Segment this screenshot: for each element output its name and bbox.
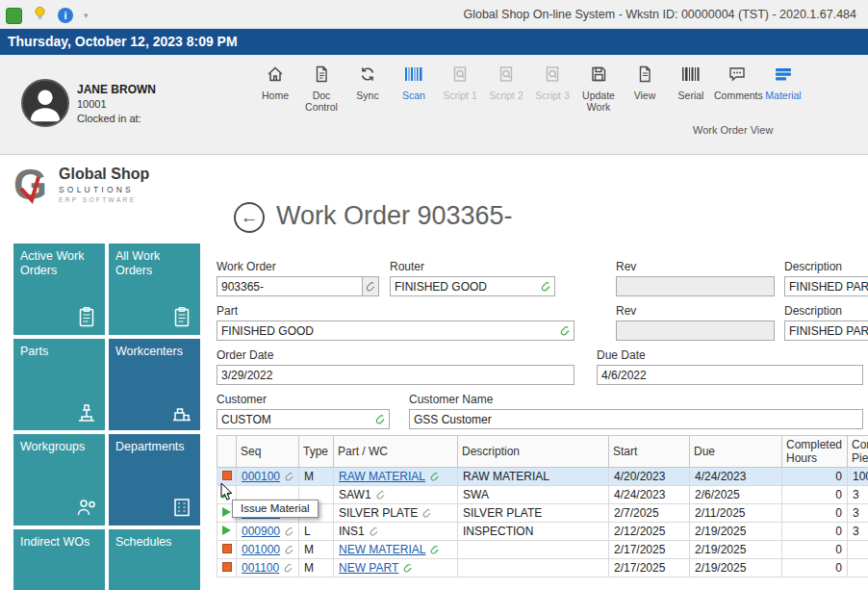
attachment-icon[interactable]: [284, 526, 294, 537]
app-icon[interactable]: [6, 8, 22, 24]
work-order-field: Work Order: [217, 260, 379, 296]
rev-field-1: Rev: [616, 260, 775, 296]
back-button[interactable]: ←: [234, 202, 265, 233]
toolbar-doc-control[interactable]: Doc Control: [298, 63, 345, 114]
description-label: Description: [784, 260, 868, 273]
toolbar-material[interactable]: Material: [760, 63, 806, 114]
toolbar-serial[interactable]: Serial: [668, 63, 714, 114]
sidebar-tile-departments[interactable]: Departments: [109, 434, 200, 526]
info-icon[interactable]: i: [58, 8, 73, 23]
logo-tagline: ERP SOFTWARE: [59, 196, 149, 203]
customer-name-label: Customer Name: [409, 393, 863, 406]
router-label: Router: [390, 260, 555, 273]
part-link[interactable]: NEW MATERIAL: [339, 543, 425, 556]
toolbar-home[interactable]: Home: [252, 63, 298, 114]
rev-input[interactable]: [617, 324, 774, 338]
sidebar-tile-all-work-orders[interactable]: All Work Orders: [109, 244, 200, 335]
clipboard-icon: [170, 305, 193, 328]
part-input[interactable]: [217, 324, 559, 338]
save-icon: [575, 63, 622, 86]
col-description[interactable]: Description: [458, 436, 609, 468]
user-id: 10001: [77, 98, 107, 110]
material-square-icon: [222, 471, 232, 480]
toolbar-script-1[interactable]: Script 1: [437, 63, 483, 114]
toolbar-script-2[interactable]: Script 2: [483, 63, 529, 114]
toolbar-view[interactable]: View: [622, 63, 668, 114]
description-field-2: Description: [784, 304, 868, 341]
mouse-cursor: [220, 482, 234, 505]
work-order-view-caption: Work Order View: [693, 124, 773, 136]
attachment-icon[interactable]: [284, 545, 294, 555]
col-type[interactable]: Type: [299, 436, 334, 468]
table-row[interactable]: 000100 M RAW MATERIAL RAW MATERIAL 4/20/…: [217, 468, 868, 486]
toolbar-scan[interactable]: Scan: [391, 63, 437, 114]
col-seq[interactable]: Seq: [237, 436, 299, 468]
date-bar: Thursday, October 12, 2023 8:09 PM: [0, 29, 868, 55]
script-search-icon: [483, 63, 529, 86]
due-date-field: Due Date: [597, 348, 863, 385]
attachment-icon[interactable]: [421, 508, 432, 519]
part-link[interactable]: NEW PART: [339, 561, 398, 575]
table-row[interactable]: 000900 L INS1 INSPECTION 2/12/2025 2/19/…: [217, 523, 868, 541]
attachment-icon[interactable]: [369, 526, 379, 537]
sidebar-tile-indirect-wos[interactable]: Indirect WOs: [13, 529, 105, 590]
toolbar-sync[interactable]: Sync: [345, 63, 391, 114]
col-start[interactable]: Start: [609, 436, 690, 468]
part-text: INS1: [339, 525, 365, 538]
attachment-button[interactable]: [362, 277, 378, 295]
logo-brand: Global Shop: [59, 166, 149, 183]
table-row[interactable]: 001000 M NEW MATERIAL 2/17/2025 2/19/202…: [217, 541, 868, 559]
toolbar-comments[interactable]: Comments: [714, 63, 760, 114]
attachment-icon[interactable]: [284, 472, 294, 482]
tooltip: Issue Material: [232, 500, 319, 518]
col-part-wc[interactable]: Part / WC: [334, 436, 458, 468]
avatar[interactable]: [21, 79, 69, 127]
customer-name-input[interactable]: [410, 413, 862, 426]
attachment-green-icon[interactable]: [374, 414, 386, 425]
part-press-icon: [75, 400, 98, 423]
col-completed-pieces[interactable]: Completed Pieces: [848, 436, 868, 468]
lightbulb-icon[interactable]: [33, 6, 47, 25]
attachment-green-icon[interactable]: [559, 325, 571, 337]
sidebar-tile-active-work-orders[interactable]: Active Work Orders: [13, 244, 105, 335]
attachment-icon[interactable]: [283, 563, 294, 574]
sidebar-tile-schedules[interactable]: Schedules: [109, 529, 200, 590]
col-completed-hours[interactable]: Completed Hours: [782, 436, 848, 468]
toolbar-script-3[interactable]: Script 3: [529, 63, 575, 114]
work-order-input[interactable]: [217, 280, 362, 294]
seq-link[interactable]: 000100: [242, 470, 280, 483]
attachment-green-icon[interactable]: [402, 563, 413, 574]
seq-link[interactable]: 000900: [242, 525, 280, 538]
dropdown-caret-icon[interactable]: ▾: [84, 11, 89, 20]
seq-link[interactable]: 001100: [242, 561, 279, 575]
col-icon: [217, 436, 237, 468]
home-icon: [252, 63, 298, 86]
sidebar-tile-parts[interactable]: Parts: [13, 339, 105, 430]
sidebar-tile-workgroups[interactable]: Workgroups: [13, 434, 105, 526]
logo-solutions: SOLUTIONS: [59, 185, 149, 194]
customer-field: Customer: [217, 393, 390, 429]
order-date-label: Order Date: [217, 348, 574, 362]
view-document-icon: [622, 63, 668, 86]
window-title: Global Shop On-line System - Wkstn ID: 0…: [463, 8, 856, 21]
sidebar-tile-workcenters[interactable]: Workcenters: [109, 339, 200, 430]
part-link[interactable]: RAW MATERIAL: [339, 470, 425, 483]
seq-link[interactable]: 001000: [242, 543, 280, 556]
global-shop-logo: G Global Shop SOLUTIONS ERP SOFTWARE: [13, 162, 149, 210]
description-input[interactable]: [785, 324, 868, 338]
due-date-input[interactable]: [598, 369, 862, 382]
router-input[interactable]: [391, 280, 540, 294]
customer-name-field: Customer Name: [409, 393, 863, 429]
customer-input[interactable]: [217, 413, 374, 426]
attachment-green-icon[interactable]: [429, 472, 440, 482]
description-input[interactable]: [785, 280, 868, 294]
rev-input[interactable]: [617, 280, 774, 294]
attachment-icon[interactable]: [375, 490, 386, 500]
order-date-input[interactable]: [217, 369, 574, 382]
table-row[interactable]: 001100 M NEW PART 2/17/2025 2/19/2025 0: [217, 559, 868, 577]
material-square-icon: [222, 544, 232, 553]
attachment-green-icon[interactable]: [540, 281, 551, 293]
toolbar-update-work[interactable]: Update Work: [575, 63, 622, 114]
attachment-green-icon[interactable]: [429, 545, 440, 555]
col-due[interactable]: Due: [690, 436, 782, 468]
